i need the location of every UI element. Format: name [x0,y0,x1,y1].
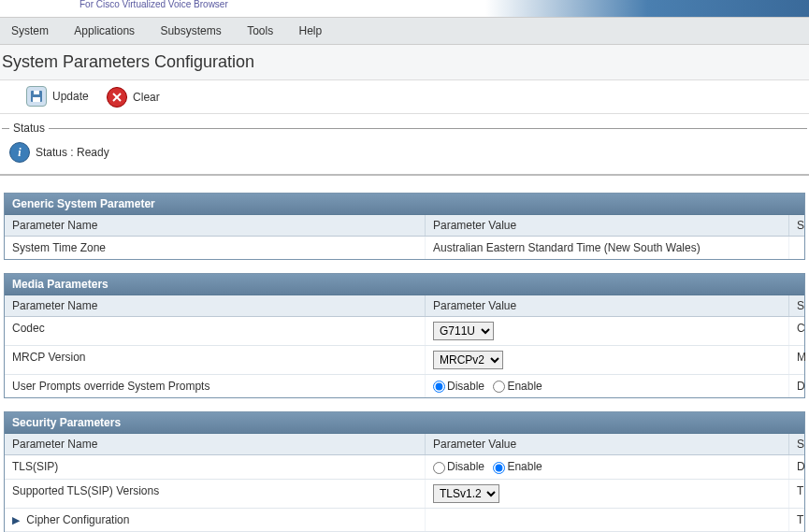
param-tls-name: TLS(SIP) [5,455,426,478]
prompts-disable-radio[interactable]: Disable [433,380,484,393]
product-subtitle: For Cisco Virtualized Voice Browser [0,0,809,17]
col-header-value: Parameter Value [426,215,789,236]
menu-applications[interactable]: Applications [63,22,146,39]
table-row: Supported TLS(SIP) Versions TLSv1.2 T [5,480,804,509]
clear-label: Clear [133,91,160,104]
media-panel-header: Media Parameters [5,274,804,295]
table-row: MRCP Version MRCPv2 M [5,346,804,375]
info-icon: i [9,142,30,163]
status-panel: Status i Status : Ready [2,122,807,166]
table-row: System Time Zone Australian Eastern Stan… [5,237,804,259]
page-title: System Parameters Configuration [0,45,809,80]
table-row: User Prompts override System Prompts Dis… [5,375,804,397]
menu-subsystems[interactable]: Subsystems [149,22,232,39]
col-header-s: S [789,434,804,454]
tls-radio-group: Disable Enable [433,460,548,473]
menu-system[interactable]: System [0,22,60,39]
save-icon [26,86,47,107]
col-header-name: Parameter Name [5,434,426,454]
generic-panel-header: Generic System Parameter [5,194,804,215]
toolbar: Update Clear [0,80,809,114]
security-panel: Security Parameters Parameter Name Param… [4,411,805,532]
prompts-enable-radio[interactable]: Enable [493,380,542,393]
svg-rect-2 [34,91,39,94]
col-header-value: Parameter Value [426,434,789,454]
mrcp-select[interactable]: MRCPv2 [433,351,503,369]
table-row: ▶ Cipher Configuration T [5,509,804,532]
menubar: System Applications Subsystems Tools Hel… [0,17,809,45]
status-legend: Status [9,122,49,135]
col-header-name: Parameter Name [5,215,426,236]
col-header-s: S [789,295,804,316]
generic-panel: Generic System Parameter Parameter Name … [4,193,805,260]
col-header-value: Parameter Value [426,295,789,316]
svg-rect-1 [33,97,40,102]
param-timezone-value: Australian Eastern Standard Time (New So… [426,237,789,259]
param-codec-name: Codec [5,317,426,345]
menu-help[interactable]: Help [287,22,333,39]
codec-select[interactable]: G711U [433,322,494,340]
col-header-s: S [789,215,804,236]
menu-tools[interactable]: Tools [236,22,284,39]
table-row: TLS(SIP) Disable Enable D [5,455,804,479]
status-text: Status : Ready [36,146,109,159]
expand-arrow-icon[interactable]: ▶ [12,514,20,526]
tls-enable-radio[interactable]: Enable [493,460,542,473]
media-panel: Media Parameters Parameter Name Paramete… [4,273,805,398]
col-header-name: Parameter Name [5,295,426,316]
param-mrcp-name: MRCP Version [5,346,426,374]
security-panel-header: Security Parameters [5,412,804,434]
prompts-radio-group: Disable Enable [433,380,548,393]
param-timezone-name: System Time Zone [5,237,426,259]
cipher-label: Cipher Configuration [26,513,129,526]
param-prompts-name: User Prompts override System Prompts [5,375,426,397]
update-button[interactable]: Update [26,86,89,107]
table-row: Codec G711U C [5,317,804,346]
update-label: Update [52,90,89,103]
param-cipher-row[interactable]: ▶ Cipher Configuration [5,509,426,531]
tlsver-select[interactable]: TLSv1.2 [433,484,499,503]
clear-button[interactable]: Clear [107,87,160,108]
tls-disable-radio[interactable]: Disable [433,460,484,473]
param-tlsver-name: Supported TLS(SIP) Versions [5,480,426,508]
cancel-icon [107,87,127,108]
